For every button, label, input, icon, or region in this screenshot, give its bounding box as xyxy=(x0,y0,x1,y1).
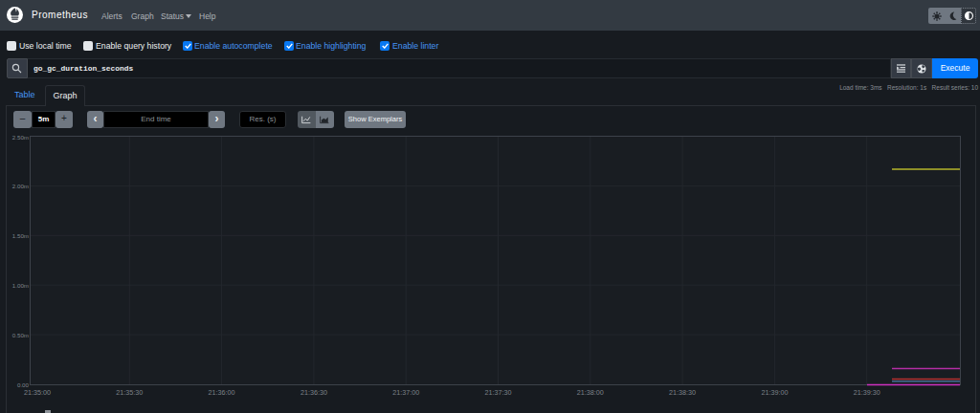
svg-text:1.00m: 1.00m xyxy=(12,282,29,289)
svg-text:21:35:00: 21:35:00 xyxy=(24,388,51,397)
svg-text:21:36:00: 21:36:00 xyxy=(209,388,235,397)
svg-text:21:36:30: 21:36:30 xyxy=(301,388,327,397)
svg-text:1.50m: 1.50m xyxy=(12,232,29,239)
svg-text:21:35:30: 21:35:30 xyxy=(116,388,143,397)
svg-text:21:38:00: 21:38:00 xyxy=(577,388,604,397)
svg-text:0.50m: 0.50m xyxy=(12,332,29,338)
svg-text:0.00: 0.00 xyxy=(17,381,30,388)
svg-text:21:38:30: 21:38:30 xyxy=(669,388,696,397)
svg-text:2.00m: 2.00m xyxy=(12,183,29,189)
svg-text:21:39:00: 21:39:00 xyxy=(761,388,788,397)
svg-text:21:37:00: 21:37:00 xyxy=(392,388,419,397)
svg-text:21:37:30: 21:37:30 xyxy=(485,388,512,397)
svg-text:2.50m: 2.50m xyxy=(12,134,29,141)
svg-text:21:39:30: 21:39:30 xyxy=(854,388,880,397)
